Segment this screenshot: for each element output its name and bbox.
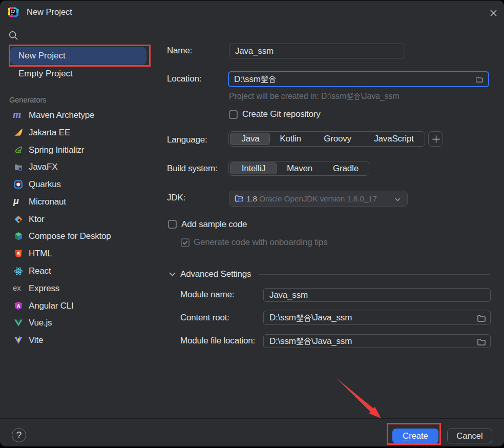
- svg-text:5: 5: [17, 251, 19, 256]
- svg-text:A: A: [16, 303, 20, 309]
